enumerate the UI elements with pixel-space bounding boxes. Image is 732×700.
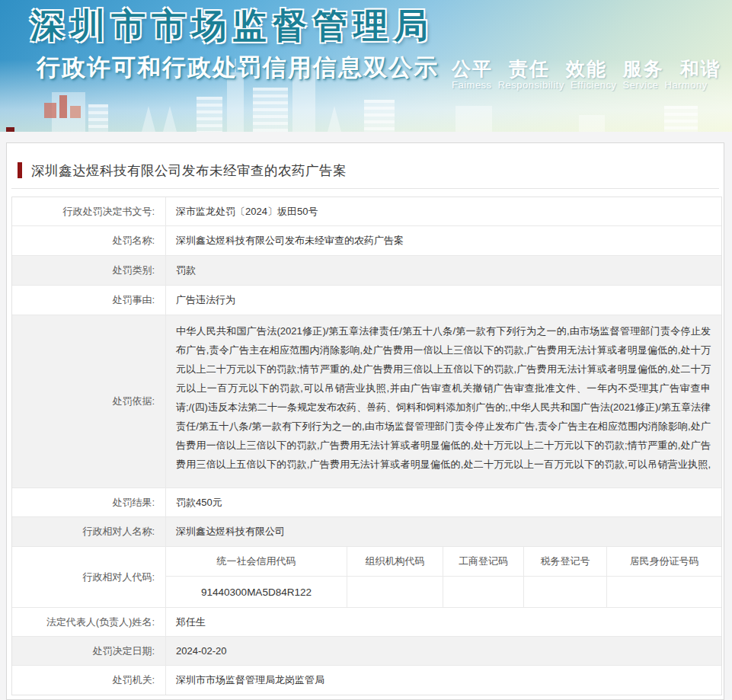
row-label: 处罚名称: [12,226,166,255]
table-row-penalty-name: 处罚名称: 深圳鑫达煜科技有限公司发布未经审查的农药广告案 [12,226,721,256]
codes-value-row: 91440300MA5D84R122 [166,577,721,607]
row-value: 2024-02-20 [166,637,721,665]
row-label: 行政处罚决定书文号: [12,197,166,225]
codes-subtable: 统一社会信用代码 组织机构代码 工商登记码 税务登记号 居民身份证号码 9144… [166,547,721,607]
table-row-penalty-result: 处罚结果: 罚款450元 [12,488,721,517]
skyline-building [364,100,395,132]
row-label: 行政相对人名称: [12,517,166,546]
skyline-tree [142,106,155,132]
row-label: 处罚依据: [12,315,166,487]
site-banner: 深圳市市场监督管理局 行政许可和行政处罚信用信息双公示 公平 责任 效能 服务 … [0,0,732,132]
row-value: 罚款 [166,256,721,285]
skyline-truck [579,115,605,132]
row-value: 深圳市市场监督管理局龙岗监管局 [166,666,721,695]
code-value-uscc: 91440300MA5D84R122 [166,577,347,607]
banner-motto-cn: 公平 责任 效能 服务 和谐 [452,56,721,82]
skyline-tree [163,106,177,132]
skyline-building [253,88,288,132]
skyline-building [197,97,222,132]
table-row-party-codes: 行政相对人代码: 统一社会信用代码 组织机构代码 工商登记码 税务登记号 居民身… [12,547,721,608]
skyline-building [456,106,492,132]
penalty-table: 行政处罚决定书文号: 深市监龙处罚〔2024〕坂田50号 处罚名称: 深圳鑫达煜… [11,197,722,695]
table-row-legal-representative: 法定代表人(负责人)姓名: 郑任生 [12,608,721,637]
codes-header-row: 统一社会信用代码 组织机构代码 工商登记码 税务登记号 居民身份证号码 [166,547,721,577]
code-value-org [347,577,443,607]
code-col-header: 组织机构代码 [347,547,443,576]
skyline-building [88,104,108,132]
code-value-id [607,577,721,607]
row-label: 行政相对人代码: [12,547,166,607]
row-value: 广告违法行为 [166,286,721,315]
code-col-header: 税务登记号 [524,547,607,576]
row-label: 处罚机关: [12,666,166,695]
code-col-header: 居民身份证号码 [607,547,721,576]
table-row-penalty-reason: 处罚事由: 广告违法行为 [12,286,721,315]
code-value-business [443,577,524,607]
code-value-tax [524,577,607,607]
row-value: 深圳鑫达煜科技有限公司发布未经审查的农药广告案 [166,226,721,255]
table-row-party-name: 行政相对人名称: 深圳鑫达煜科技有限公司 [12,517,721,547]
banner-motto-en: Faimess Responsibility Efficiency Servic… [452,79,708,91]
code-col-header: 统一社会信用代码 [166,547,347,576]
banner-org-title: 深圳市市场监督管理局 [30,3,434,49]
row-label: 法定代表人(负责人)姓名: [12,608,166,636]
code-col-header: 工商登记码 [443,547,524,576]
row-value: 深圳鑫达煜科技有限公司 [166,517,721,546]
row-value: 中华人民共和国广告法(2021修正)/第五章法律责任/第五十八条/第一款有下列行… [166,315,721,476]
row-label: 处罚结果: [12,488,166,516]
table-row-penalty-category: 处罚类别: 罚款 [12,256,721,286]
banner-corner-chip [6,127,14,132]
content-card: 深圳鑫达煜科技有限公司发布未经审查的农药广告案 行政处罚决定书文号: 深市监龙处… [6,142,724,700]
row-value: 深市监龙处罚〔2024〕坂田50号 [166,197,721,225]
banner-subtitle: 行政许可和行政处罚信用信息双公示 [37,52,439,84]
table-row-penalty-basis: 处罚依据: 中华人民共和国广告法(2021修正)/第五章法律责任/第五十八条/第… [12,315,721,488]
row-label: 处罚决定日期: [12,637,166,665]
row-label: 处罚事由: [12,286,166,315]
title-accent-bar [18,162,22,178]
table-row-decision-number: 行政处罚决定书文号: 深市监龙处罚〔2024〕坂田50号 [12,197,721,226]
skyline-building [664,106,698,132]
article-header: 深圳鑫达煜科技有限公司发布未经审查的农药广告案 [11,143,719,189]
table-row-penalty-authority: 处罚机关: 深圳市市场监督管理局龙岗监管局 [12,666,721,695]
row-value: 罚款450元 [166,488,721,516]
red-building [70,106,81,118]
page-title: 深圳鑫达煜科技有限公司发布未经审查的农药广告案 [31,161,347,180]
red-building [44,103,56,118]
row-label: 处罚类别: [12,256,166,285]
red-building [59,95,67,118]
skyline-tree [328,106,341,132]
row-value: 郑任生 [166,608,721,636]
table-row-decision-date: 处罚决定日期: 2024-02-20 [12,637,721,666]
